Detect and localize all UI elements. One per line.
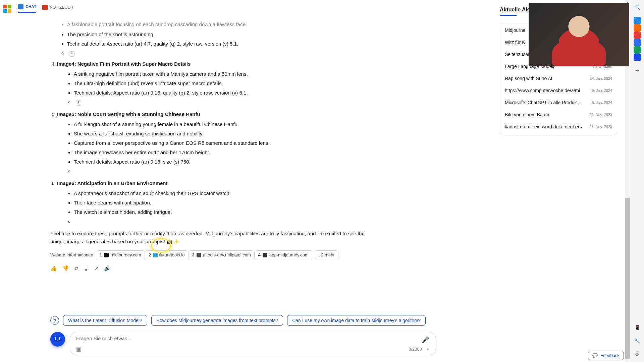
activity-date: 8. Jan. 2024 — [592, 101, 612, 105]
list-item: Technical details: Aspect ratio (ar) 9:1… — [74, 158, 379, 166]
list-item: A full-length shot of a stunning young f… — [74, 120, 379, 128]
new-topic-button[interactable]: 🗨 — [50, 332, 65, 347]
copy-icon[interactable]: ⧉ — [74, 264, 78, 273]
tab-notebook[interactable]: NOTIZBUCH — [42, 4, 73, 13]
source-num: 3 — [192, 252, 194, 259]
share-icon[interactable]: ↗ — [94, 264, 99, 273]
source-chip[interactable]: 2 futuretools.io — [145, 250, 189, 260]
empty-bullet — [74, 167, 379, 175]
list-item: Their face beams with anticipation. — [74, 199, 379, 207]
like-icon[interactable]: 👍 — [50, 264, 57, 273]
sources-label: Weitere Informationen — [50, 252, 93, 259]
activity-date: 28. Nov. 2023 — [589, 125, 612, 129]
sidebar-app-icon[interactable] — [634, 17, 641, 24]
list-item: The image showcases her entire outfit an… — [74, 148, 379, 157]
source-text: midjourney.com — [111, 252, 141, 259]
download-icon[interactable]: ⭳ — [84, 264, 89, 273]
citation-row: 5 — [74, 98, 379, 106]
sidebar-app-icon[interactable] — [634, 39, 641, 46]
item5-title: Image5: Noble Court Setting with a Stunn… — [57, 111, 200, 117]
activity-name: Witz für K — [505, 40, 525, 45]
read-aloud-icon[interactable]: 🔊 — [104, 264, 111, 273]
sources-row: Weitere Informationen 1 midjourney.com2 … — [50, 250, 379, 260]
feedback-button[interactable]: 💬 Feedback — [588, 351, 624, 360]
list-item: A fashionable portrait focusing on each … — [67, 20, 379, 28]
list-item: A striking negative film portrait taken … — [74, 70, 379, 78]
activity-name: kannst du mir ein word dokument ers — [505, 124, 582, 129]
response-footer: Feel free to explore these prompts furth… — [50, 230, 379, 246]
citation-5[interactable]: 5 — [76, 100, 81, 106]
activity-name: Rap song with Suno AI — [505, 76, 552, 81]
feedback-icon: 💬 — [592, 353, 598, 358]
source-favicon-icon — [197, 253, 201, 257]
list-item: The precision of the shot is astounding. — [67, 31, 379, 39]
activity-date: 8. Jan. 2024 — [592, 88, 612, 93]
sources-more[interactable]: +2 mehr — [315, 250, 338, 260]
chat-input[interactable] — [76, 336, 394, 341]
source-chip[interactable]: 1 midjourney.com — [96, 250, 145, 260]
list-item: Technical details: Aspect ratio (ar) 9:1… — [74, 89, 379, 97]
browser-sidebar: 🔍 + 📱 🔧 ⚙ — [630, 0, 644, 362]
suggestion-chip[interactable]: How does Midjourney generate images from… — [151, 315, 283, 326]
activity-row[interactable]: Microsofts ChatGPT in alle Produkte i8. … — [500, 97, 617, 109]
item4-title: Image4: Negative Film Portrait with Supe… — [57, 61, 191, 67]
citation-row: 4 — [67, 49, 379, 57]
source-num: 1 — [100, 252, 102, 259]
activity-row[interactable]: kannst du mir ein word dokument ers28. N… — [500, 121, 617, 133]
send-icon[interactable]: ➤ — [426, 347, 430, 352]
source-favicon-icon — [263, 253, 267, 257]
activity-row[interactable]: Bild von einem Baum29. Nov. 2023 — [500, 109, 617, 121]
sidebar-phone-icon[interactable]: 📱 — [634, 324, 641, 331]
source-num: 4 — [258, 252, 261, 259]
activity-name: Microsofts ChatGPT in alle Produkte i — [505, 100, 582, 105]
source-text: aitools-dev.neilpatel.com — [203, 252, 251, 259]
source-favicon-icon — [153, 253, 158, 257]
citation-4[interactable]: 4 — [69, 51, 74, 57]
sidebar-tools-icon[interactable]: 🔧 — [634, 337, 641, 345]
sidebar-app-icon[interactable] — [634, 46, 641, 54]
list-item: She wears a fur shawl, exuding sophistic… — [74, 130, 379, 138]
source-chip[interactable]: 3 aitools-dev.neilpatel.com — [188, 250, 254, 260]
activity-name: Midjourne — [505, 27, 525, 33]
list-item: Captured from a lower perspective using … — [74, 139, 379, 147]
sidebar-app-icon[interactable] — [634, 32, 641, 39]
source-chip[interactable]: 4 app-midjourney.com — [255, 250, 312, 260]
tab-chat[interactable]: CHAT — [18, 4, 36, 13]
activity-title-underline — [500, 15, 517, 16]
source-favicon-icon — [104, 253, 109, 257]
notebook-icon — [42, 5, 48, 10]
scrollbar-thumb[interactable] — [625, 198, 630, 359]
image-attach-icon[interactable]: ▣ — [76, 346, 81, 352]
source-text: futuretools.io — [160, 252, 184, 259]
response-actions: 👍 👎 ⧉ ⭳ ↗ 🔊 — [50, 264, 379, 273]
mic-icon[interactable]: 🎤 — [422, 336, 429, 344]
sidebar-add-icon[interactable]: + — [634, 67, 641, 74]
suggestion-icon: ? — [50, 316, 59, 325]
suggestion-row: ? What is the Latent Diffusion Model?How… — [50, 315, 426, 326]
suggestion-chip[interactable]: What is the Latent Diffusion Model? — [63, 315, 147, 326]
activity-row[interactable]: Rap song with Suno AI24. Jan. 2024 — [500, 72, 617, 84]
char-counter: 0/2000 — [409, 347, 422, 352]
suggestion-chip[interactable]: Can I use my own image data to train Mid… — [287, 315, 426, 326]
list-item: The watch is almost hidden, adding intri… — [74, 208, 379, 216]
list-item: The ultra-high definition (uhd) reveals … — [74, 79, 379, 87]
sidebar-app-icon[interactable] — [634, 24, 641, 32]
top-tabs: CHAT NOTIZBUCH — [18, 4, 73, 13]
activity-row[interactable]: https://www.computerwoche.de/a/mi8. Jan.… — [500, 84, 617, 97]
chat-icon — [18, 4, 23, 9]
chat-input-box: 🎤 ▣ 0/2000 ➤ — [70, 332, 436, 355]
chat-response: A fashionable portrait focusing on each … — [50, 18, 379, 273]
sidebar-app-icon[interactable] — [634, 54, 641, 61]
source-num: 2 — [149, 252, 151, 259]
sidebar-settings-icon[interactable]: ⚙ — [634, 351, 641, 358]
list-item: Technical details: Aspect ratio (ar) 4:7… — [67, 40, 379, 48]
sidebar-search-icon[interactable]: 🔍 — [634, 3, 641, 11]
dislike-icon[interactable]: 👎 — [62, 264, 69, 273]
list-item: A spontaneous snapshot of an adult check… — [74, 189, 379, 197]
tab-chat-label: CHAT — [25, 4, 36, 9]
activity-name: https://www.computerwoche.de/a/mi — [505, 88, 580, 93]
webcam-overlay — [529, 3, 629, 66]
source-text: app-midjourney.com — [269, 252, 309, 259]
activity-date: 24. Jan. 2024 — [590, 76, 612, 80]
microsoft-logo — [3, 5, 11, 13]
